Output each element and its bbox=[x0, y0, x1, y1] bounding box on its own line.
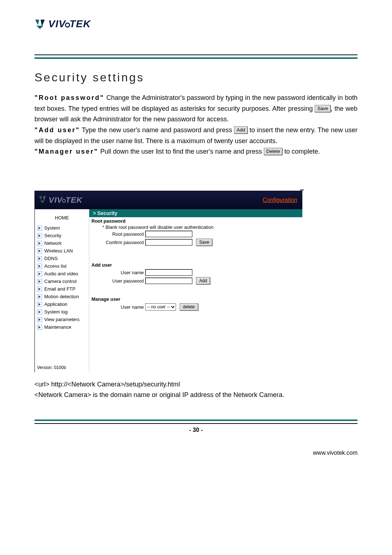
arrow-right-icon bbox=[37, 317, 42, 322]
arrow-right-icon bbox=[37, 248, 42, 254]
manage-user-select[interactable]: -- no user -- bbox=[145, 303, 176, 311]
sidebar-item-label: Email and FTP bbox=[44, 286, 75, 292]
sidebar-item-label: Camera control bbox=[44, 279, 77, 284]
panel-logo: VIVTEK bbox=[38, 195, 82, 205]
arrow-right-icon bbox=[37, 325, 42, 330]
sidebar-item-maintenance[interactable]: Maintenance bbox=[35, 323, 89, 331]
sidebar: HOME System Security Network Wireless LA… bbox=[35, 209, 89, 372]
panel-content: > Security Root password * Blank root pa… bbox=[89, 209, 302, 372]
sidebar-item-audio-video[interactable]: Audio and video bbox=[35, 270, 89, 278]
sidebar-item-label: Wireless LAN bbox=[44, 248, 73, 254]
sidebar-item-system-log[interactable]: System log bbox=[35, 308, 89, 316]
root-password-note: * Blank root password will disable user … bbox=[91, 224, 300, 230]
footer-url: www.vivotek.com bbox=[313, 450, 358, 456]
sidebar-item-access-list[interactable]: Access list bbox=[35, 262, 89, 270]
confirm-password-input[interactable] bbox=[145, 239, 192, 246]
url-line-1: <url> http://<Network Camera>/setup/secu… bbox=[34, 379, 358, 390]
sidebar-item-motion-detection[interactable]: Motion detection bbox=[35, 293, 89, 300]
brand-logo-top: VIVTEK bbox=[34, 18, 91, 30]
section-root-password: Root password * Blank root password will… bbox=[89, 217, 302, 249]
sidebar-item-camera-control[interactable]: Camera control bbox=[35, 278, 89, 285]
add-user-name-input[interactable] bbox=[145, 269, 192, 276]
panel-logo-mark bbox=[38, 196, 46, 205]
sidebar-item-label: Motion detection bbox=[44, 294, 79, 299]
sidebar-item-view-parameters[interactable]: View parameters bbox=[35, 316, 89, 323]
root-password-input[interactable] bbox=[145, 231, 192, 237]
term-root-password: "Root password" bbox=[34, 94, 105, 101]
section-title-root-password: Root password bbox=[91, 218, 300, 224]
arrow-right-icon bbox=[37, 264, 42, 269]
delete-button[interactable]: delete bbox=[180, 303, 198, 311]
sidebar-item-label: View parameters bbox=[44, 317, 79, 322]
panel-logo-text: VIVTEK bbox=[49, 195, 82, 205]
root-password-label: Root password bbox=[91, 231, 144, 237]
sidebar-item-label: System log bbox=[44, 309, 68, 315]
manage-user-name-label: User name bbox=[91, 304, 144, 310]
sidebar-item-label: Audio and video bbox=[44, 271, 78, 276]
text-manager-user-after: to complete. bbox=[282, 148, 320, 155]
add-user-password-label: User password bbox=[91, 278, 144, 284]
sidebar-item-label: Application bbox=[44, 301, 68, 307]
section-manage-user: Manage user User name -- no user -- dele… bbox=[89, 295, 302, 313]
body-text: "Root password" Change the Administrator… bbox=[34, 93, 358, 157]
sidebar-item-label: System bbox=[44, 225, 60, 231]
add-user-password-input[interactable] bbox=[145, 278, 192, 284]
inline-delete-button-icon: Delete bbox=[264, 148, 283, 155]
arrow-right-icon bbox=[37, 241, 42, 246]
version-label: Version: 0100b bbox=[35, 362, 89, 370]
sidebar-item-label: Access list bbox=[44, 263, 66, 269]
arrow-right-icon bbox=[37, 294, 42, 299]
sidebar-item-network[interactable]: Network bbox=[35, 239, 89, 247]
sidebar-item-ddns[interactable]: DDNS bbox=[35, 255, 89, 262]
confirm-password-label: Confirm password bbox=[91, 240, 144, 245]
term-manager-user: "Manager user" bbox=[34, 148, 98, 155]
inline-add-button-icon: Add bbox=[234, 126, 248, 134]
save-button[interactable]: Save bbox=[196, 239, 212, 246]
arrow-right-icon bbox=[37, 302, 42, 307]
sidebar-item-label: Network bbox=[44, 240, 62, 246]
sidebar-home[interactable]: HOME bbox=[35, 213, 89, 224]
add-button[interactable]: Add bbox=[196, 277, 210, 284]
section-title-add-user: Add user bbox=[91, 262, 300, 268]
page-number: - 30 - bbox=[0, 427, 392, 433]
arrow-right-icon bbox=[37, 271, 42, 276]
divider-top bbox=[34, 54, 358, 59]
arrow-right-icon bbox=[37, 256, 42, 261]
inline-save-button-icon: Save bbox=[315, 105, 331, 112]
sidebar-item-wireless-lan[interactable]: Wireless LAN bbox=[35, 247, 89, 255]
page-title: Security settings bbox=[34, 71, 358, 84]
url-line-2: <Network Camera> is the domain name or o… bbox=[34, 390, 358, 400]
sidebar-item-application[interactable]: Application bbox=[35, 300, 89, 308]
sidebar-item-security[interactable]: Security bbox=[35, 232, 89, 239]
divider-bottom bbox=[34, 420, 358, 424]
text-manager-user-before: Pull down the user list to find the user… bbox=[100, 148, 264, 155]
panel-tick-mark bbox=[300, 190, 304, 190]
arrow-right-icon bbox=[37, 233, 42, 238]
sidebar-item-label: Security bbox=[44, 233, 61, 238]
brand-logo-mark bbox=[34, 19, 45, 29]
breadcrumb: > Security bbox=[89, 209, 302, 217]
sidebar-item-email-ftp[interactable]: Email and FTP bbox=[35, 285, 89, 293]
section-add-user: Add user User name User password Add bbox=[89, 261, 302, 287]
brand-logo-text: VIVTEK bbox=[48, 18, 91, 30]
sidebar-item-label: DDNS bbox=[44, 256, 58, 261]
configuration-panel: VIVTEK Configuration HOME System Securit… bbox=[34, 191, 302, 372]
configuration-link[interactable]: Configuration bbox=[263, 197, 297, 203]
arrow-right-icon bbox=[37, 309, 42, 315]
panel-header: VIVTEK Configuration bbox=[35, 191, 302, 209]
section-title-manage-user: Manage user bbox=[91, 296, 300, 303]
arrow-right-icon bbox=[37, 226, 42, 231]
sidebar-item-label: Maintenance bbox=[44, 324, 71, 330]
url-block: <url> http://<Network Camera>/setup/secu… bbox=[34, 379, 358, 400]
add-user-name-label: User name bbox=[91, 270, 144, 275]
arrow-right-icon bbox=[37, 279, 42, 284]
term-add-user: "Add user" bbox=[34, 126, 80, 134]
text-add-user-before: Type the new user's name and password an… bbox=[82, 126, 234, 134]
arrow-right-icon bbox=[37, 287, 42, 292]
sidebar-item-system[interactable]: System bbox=[35, 224, 89, 232]
